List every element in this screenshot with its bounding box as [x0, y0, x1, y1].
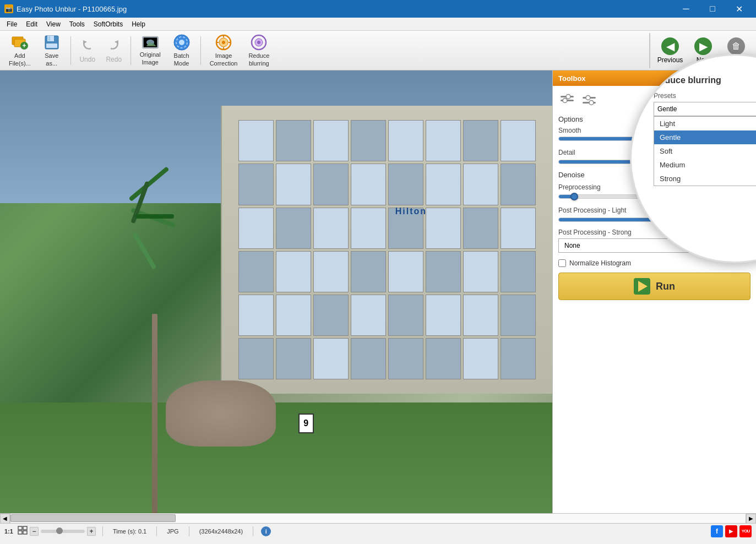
svg-marker-9 — [115, 40, 118, 44]
run-label: Run — [656, 281, 675, 292]
post-processing-strong-label: Post Processing - Strong — [558, 229, 632, 236]
menu-file[interactable]: File — [2, 19, 21, 29]
svg-text:+: + — [22, 42, 26, 50]
close-button[interactable]: ✕ — [726, 0, 752, 18]
save-icon — [43, 34, 61, 51]
toolbar-separator-2 — [130, 36, 131, 65]
previous-button[interactable]: ◀ Previous — [655, 33, 686, 68]
time-display: Time (s): 0.1 — [110, 528, 150, 535]
post-processing-light-thumb — [693, 216, 700, 224]
svg-point-30 — [563, 99, 567, 103]
facebook-button[interactable]: f — [711, 525, 723, 537]
svg-point-26 — [257, 41, 260, 44]
menu-view[interactable]: View — [42, 19, 65, 29]
main-area: Hilton 9 Reduce blurring Presets — [0, 70, 756, 513]
menu-tools[interactable]: Tools — [65, 19, 89, 29]
smooth-fill — [559, 137, 673, 140]
svg-rect-38 — [23, 526, 27, 530]
zoom-out-button[interactable]: − — [30, 527, 39, 536]
denoise-label: Denoise — [558, 171, 750, 179]
post-processing-light-section: Post Processing - Light 70 — [558, 205, 750, 222]
save-as-label: Saveas... — [45, 52, 58, 67]
post-processing-strong-label-row: Post Processing - Strong — [558, 229, 750, 236]
toolbox-content: Options Smooth Detail 75 — [553, 86, 756, 513]
marker-9: 9 — [298, 414, 314, 433]
menu-softorbits[interactable]: SoftOrbits — [89, 19, 127, 29]
original-image-button[interactable]: OriginalImage — [135, 33, 165, 68]
detail-value: 75 — [731, 148, 750, 157]
svg-point-19 — [222, 41, 225, 44]
batch-mode-icon — [173, 34, 191, 51]
twitter-button[interactable]: ▶ — [725, 525, 737, 537]
detail-section: Detail 75 — [558, 148, 750, 164]
run-button[interactable]: Run — [558, 273, 750, 300]
hilton-sign: Hilton — [395, 206, 427, 216]
toolbox-close-button[interactable]: ✕ — [744, 74, 750, 83]
svg-rect-7 — [46, 43, 57, 48]
delete-button[interactable]: 🗑 Delete — [721, 33, 752, 68]
next-button[interactable]: ▶ Next — [688, 33, 719, 68]
original-image-label: OriginalImage — [140, 51, 161, 66]
smooth-track[interactable] — [558, 137, 750, 141]
reduce-blurring-icon — [250, 34, 268, 51]
menu-edit[interactable]: Edit — [21, 19, 42, 29]
scene-ground — [0, 402, 552, 513]
scene-rocks — [166, 380, 276, 447]
detail-label-row: Detail 75 — [558, 148, 750, 157]
scene-building: Hilton — [221, 106, 552, 394]
image-correction-button[interactable]: ImageCorrection — [205, 33, 242, 68]
maximize-button[interactable]: □ — [700, 0, 725, 18]
image-area[interactable]: Hilton 9 — [0, 70, 552, 513]
palm-frond-5 — [135, 214, 174, 219]
post-processing-strong-select-row: None — [558, 238, 750, 253]
preprocessing-track[interactable] — [558, 194, 750, 199]
minimize-button[interactable]: ─ — [673, 0, 699, 18]
toolbox-title: Toolbox — [558, 74, 586, 83]
status-separator-3 — [189, 526, 189, 536]
add-files-button[interactable]: + AddFile(s)... — [4, 33, 35, 68]
scroll-thumb[interactable] — [10, 514, 176, 522]
next-label: Next — [697, 56, 710, 64]
svg-rect-37 — [18, 526, 22, 530]
toolbox-sliders-icon2 — [580, 91, 598, 111]
toolbar: + AddFile(s)... Saveas... Undo — [0, 31, 756, 70]
scroll-track[interactable] — [10, 514, 746, 523]
preprocessing-label-row: Preprocessing 20 — [558, 182, 750, 192]
svg-marker-8 — [83, 40, 87, 44]
zoom-fit-button[interactable] — [18, 526, 28, 536]
undo-button[interactable]: Undo — [75, 33, 100, 68]
normalize-histogram-checkbox[interactable] — [558, 259, 566, 267]
detail-track[interactable] — [558, 160, 750, 164]
menu-help[interactable]: Help — [127, 19, 150, 29]
svg-rect-39 — [18, 531, 22, 534]
palm-tree — [138, 181, 171, 513]
redo-label: Redo — [106, 56, 122, 63]
detail-fill — [559, 160, 702, 164]
svg-point-34 — [589, 101, 594, 105]
toolbar-separator-1 — [70, 36, 71, 65]
scroll-right-button[interactable]: ▶ — [746, 514, 756, 524]
save-as-button[interactable]: Saveas... — [37, 33, 66, 68]
post-processing-light-track[interactable] — [558, 217, 750, 222]
zoom-slider[interactable] — [41, 530, 85, 533]
svg-rect-6 — [48, 36, 50, 41]
options-label: Options — [558, 115, 750, 123]
reduce-blurring-button[interactable]: Reduceblurring — [244, 33, 274, 68]
svg-rect-5 — [47, 36, 54, 41]
batch-mode-button[interactable]: BatchMode — [167, 33, 196, 68]
info-button[interactable]: i — [260, 525, 272, 537]
horizontal-scrollbar: ◀ ▶ — [0, 513, 756, 523]
status-separator-2 — [156, 526, 157, 536]
status-separator-4 — [253, 526, 253, 536]
zoom-control: 1:1 − + — [4, 526, 96, 536]
reduce-blurring-label: Reduceblurring — [248, 52, 269, 67]
scroll-left-button[interactable]: ◀ — [0, 514, 10, 524]
dimensions-display: (3264x2448x24) — [196, 528, 247, 535]
youtube-button[interactable]: YOU — [739, 525, 752, 537]
building-windows — [238, 120, 536, 379]
normalize-histogram-label: Normalize Histogram — [569, 259, 631, 267]
delete-label: Delete — [727, 56, 746, 64]
zoom-in-button[interactable]: + — [87, 527, 96, 536]
redo-button[interactable]: Redo — [102, 33, 126, 68]
post-processing-strong-select[interactable]: None — [558, 238, 750, 253]
